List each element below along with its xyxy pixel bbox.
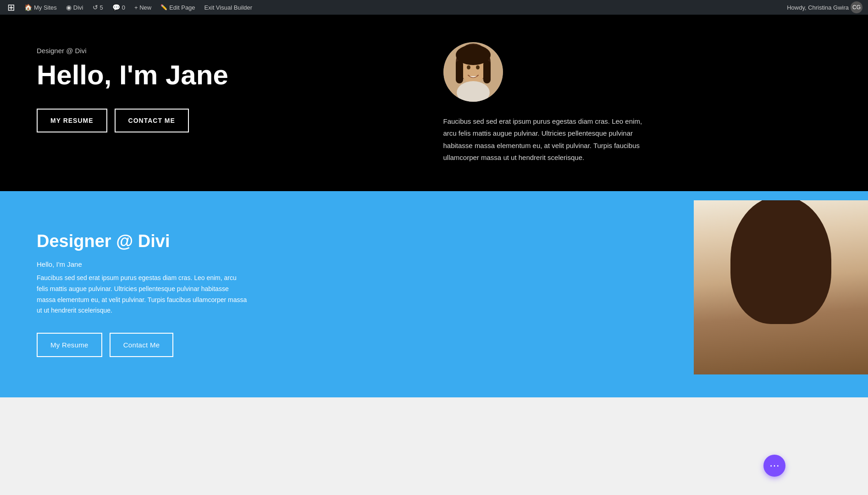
hero-right: Faucibus sed sed erat ipsum purus egesta… [443,42,832,164]
svg-point-19 [761,284,772,296]
svg-point-21 [763,286,770,295]
hero-avatar [443,42,503,102]
svg-point-25 [747,304,767,317]
svg-rect-4 [456,60,463,83]
photo-svg [694,200,868,374]
hero-description: Faucibus sed sed erat ipsum purus egesta… [443,116,654,164]
svg-point-7 [476,66,480,70]
my-resume-button[interactable]: MY RESUME [37,109,107,132]
blue-section: Designer @ Divi Hello, I'm Jane Faucibus… [0,191,868,397]
avatar-svg [443,42,503,102]
svg-point-16 [806,242,857,361]
svg-point-24 [793,288,796,291]
hero-left: Designer @ Divi Hello, I'm Jane MY RESUM… [37,42,443,132]
blue-right [471,191,868,397]
hero-buttons: MY RESUME CONTACT ME [37,109,425,132]
comments-icon: 💬 [112,4,120,11]
svg-point-14 [730,212,831,317]
blue-resume-button[interactable]: My Resume [37,333,102,357]
edit-page-button[interactable]: ✏️ Edit Page [157,0,199,15]
svg-point-20 [790,284,801,296]
svg-point-26 [795,304,815,317]
svg-point-18 [737,228,824,278]
admin-bar: ⊞ 🏠 My Sites ◉ Divi ↺ 5 💬 0 + New ✏️ Edi… [0,0,868,15]
svg-point-11 [721,329,840,374]
new-button[interactable]: + New [131,0,155,15]
contact-me-button[interactable]: CONTACT ME [115,109,189,132]
revisions-button[interactable]: ↺ 5 [89,0,107,15]
divi-button[interactable]: ◉ Divi [62,0,87,15]
page-wrapper: Designer @ Divi Hello, I'm Jane MY RESUM… [0,15,868,397]
svg-rect-12 [768,324,794,356]
svg-point-17 [743,253,818,340]
svg-rect-5 [483,60,491,83]
divi-icon: ◉ [66,4,72,11]
comments-button[interactable]: 💬 0 [109,0,129,15]
hero-subtitle: Designer @ Divi [37,47,425,55]
wp-icon: ⊞ [7,2,15,13]
blue-subtitle: Hello, I'm Jane [37,260,434,268]
hero-title: Hello, I'm Jane [37,60,425,90]
svg-point-13 [740,246,822,338]
user-avatar[interactable]: CG [851,1,862,13]
blue-photo [694,200,868,374]
blue-buttons: My Resume Contact Me [37,333,434,357]
svg-point-23 [763,288,766,291]
revisions-icon: ↺ [93,4,98,11]
blue-contact-button[interactable]: Contact Me [110,333,174,357]
blue-left: Designer @ Divi Hello, I'm Jane Faucibus… [0,191,471,397]
svg-point-22 [792,286,799,295]
exit-builder-button[interactable]: Exit Visual Builder [201,0,256,15]
hero-section: Designer @ Divi Hello, I'm Jane MY RESUM… [0,15,868,191]
blue-description: Faucibus sed sed erat ipsum purus egesta… [37,273,248,316]
blue-title: Designer @ Divi [37,231,434,251]
svg-point-6 [467,66,470,70]
svg-point-15 [705,242,756,361]
admin-bar-right: Howdy, Christina Gwira CG [787,1,864,13]
my-sites-button[interactable]: 🏠 My Sites [21,0,61,15]
wp-logo-button[interactable]: ⊞ [4,0,19,15]
sites-icon: 🏠 [24,4,32,11]
edit-icon: ✏️ [160,4,167,11]
svg-rect-10 [694,200,868,374]
